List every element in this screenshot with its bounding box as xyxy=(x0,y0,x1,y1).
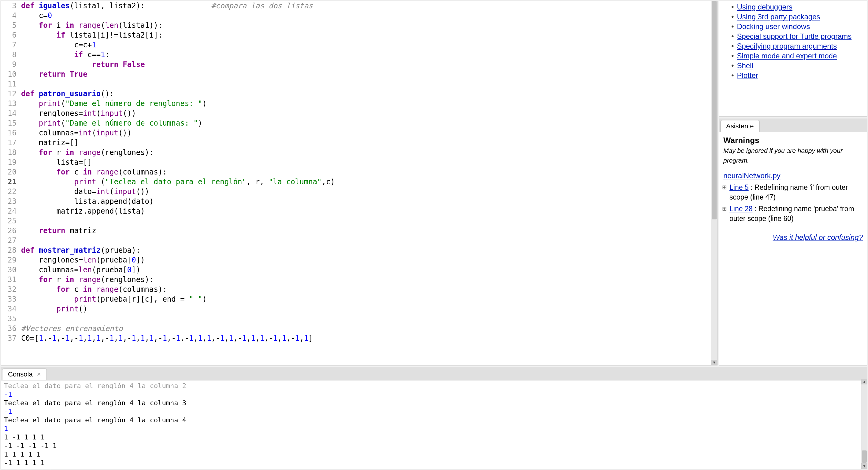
help-link[interactable]: Using debuggers xyxy=(737,3,792,11)
code-line[interactable]: renglones=len(prueba[0]) xyxy=(21,255,711,265)
line-number: 24 xyxy=(1,206,17,216)
help-list-item: Special support for Turtle programs xyxy=(731,31,864,41)
console-tab-bar: Consola × xyxy=(1,367,867,380)
help-link[interactable]: Using 3rd party packages xyxy=(737,12,820,21)
code-line[interactable] xyxy=(21,216,711,226)
scrollbar-thumb[interactable] xyxy=(862,450,867,463)
line-number: 29 xyxy=(1,255,17,265)
scroll-down-arrow-icon[interactable]: ▼ xyxy=(861,463,867,469)
tab-asistente[interactable]: Asistente xyxy=(720,120,760,132)
warning-line-link[interactable]: Line 5 xyxy=(730,183,749,191)
line-number: 32 xyxy=(1,284,17,294)
line-number: 11 xyxy=(1,79,17,89)
code-editor[interactable]: 3456789101112131415161718192021222324252… xyxy=(1,1,717,366)
line-number: 18 xyxy=(1,147,17,157)
line-number: 14 xyxy=(1,108,17,118)
help-list-item: Shell xyxy=(731,61,864,71)
line-number: 17 xyxy=(1,138,17,147)
code-line[interactable]: def patron_usuario(): xyxy=(21,89,711,99)
line-number: 37 xyxy=(1,333,17,343)
console-line: Teclea el dato para el renglón 4 la colu… xyxy=(4,382,864,390)
code-line[interactable]: def iguales(lista1, lista2): #compara la… xyxy=(21,1,711,11)
editor-scrollbar[interactable]: ▼ xyxy=(711,1,717,365)
code-line[interactable]: for c in range(columnas): xyxy=(21,284,711,294)
code-line[interactable]: return True xyxy=(21,69,711,79)
help-list-item: Simple mode and expert mode xyxy=(731,51,864,61)
line-number: 7 xyxy=(1,40,17,50)
console-scrollbar[interactable]: ▲ ▼ xyxy=(861,379,867,469)
line-number: 33 xyxy=(1,294,17,304)
code-line[interactable]: c=0 xyxy=(21,11,711,21)
help-panel[interactable]: Using debuggersUsing 3rd party packagesD… xyxy=(719,1,867,117)
file-link[interactable]: neuralNetwork.py xyxy=(723,171,780,180)
code-line[interactable]: print("Dame el número de renglones: ") xyxy=(21,99,711,108)
code-line[interactable]: print ("Teclea el dato para el renglón",… xyxy=(21,177,711,187)
scroll-up-arrow-icon[interactable]: ▲ xyxy=(861,379,867,384)
console-line: 1 1 1 1 1 xyxy=(4,450,864,459)
scroll-down-arrow-icon[interactable]: ▼ xyxy=(711,360,717,365)
line-number: 28 xyxy=(1,245,17,255)
code-line[interactable]: lista=[] xyxy=(21,157,711,167)
code-line[interactable]: lista.append(dato) xyxy=(21,197,711,206)
help-link[interactable]: Specifying program arguments xyxy=(737,42,837,50)
close-icon[interactable]: × xyxy=(37,370,41,378)
console-line: Teclea el dato para el renglón 4 la colu… xyxy=(4,416,864,425)
code-line[interactable]: print("Dame el número de columnas: ") xyxy=(21,118,711,128)
warning-line-link[interactable]: Line 28 xyxy=(730,205,752,213)
code-line[interactable]: columnas=len(prueba[0]) xyxy=(21,265,711,275)
code-line[interactable] xyxy=(21,236,711,245)
line-number: 30 xyxy=(1,265,17,275)
line-number: 23 xyxy=(1,197,17,206)
help-link[interactable]: Docking user windows xyxy=(737,22,810,31)
code-line[interactable]: def mostrar_matriz(prueba): xyxy=(21,245,711,255)
code-content[interactable]: def iguales(lista1, lista2): #compara la… xyxy=(19,1,711,365)
console-output[interactable]: Teclea el dato para el renglón 4 la colu… xyxy=(1,380,867,469)
code-line[interactable]: dato=int(input()) xyxy=(21,187,711,197)
line-number: 25 xyxy=(1,216,17,226)
line-number: 22 xyxy=(1,187,17,197)
code-line[interactable]: return matriz xyxy=(21,226,711,236)
console-line: -1 -1 -1 -1 1 xyxy=(4,442,864,450)
assistant-panel: Asistente Warnings May be ignored if you… xyxy=(719,119,867,366)
code-line[interactable]: for r in range(renglones): xyxy=(21,147,711,157)
feedback-prompt: Was it helpful or confusing? xyxy=(723,233,863,242)
line-number: 9 xyxy=(1,60,17,69)
code-line[interactable]: return False xyxy=(21,60,711,69)
line-number: 5 xyxy=(1,21,17,30)
code-line[interactable]: renglones=int(input()) xyxy=(21,108,711,118)
code-line[interactable]: columnas=int(input()) xyxy=(21,128,711,138)
tab-consola[interactable]: Consola × xyxy=(2,368,47,380)
warning-item: Line 5 : Redefining name 'i' from outer … xyxy=(730,182,863,202)
line-number: 26 xyxy=(1,226,17,236)
feedback-link[interactable]: Was it helpful or confusing? xyxy=(773,233,863,241)
console-line: -1 xyxy=(4,390,864,399)
line-number: 34 xyxy=(1,304,17,314)
code-line[interactable]: matriz=[] xyxy=(21,138,711,147)
scrollbar-thumb[interactable] xyxy=(712,1,717,220)
help-link[interactable]: Simple mode and expert mode xyxy=(737,52,837,60)
code-line[interactable]: c=c+1 xyxy=(21,40,711,50)
code-line[interactable]: print(prueba[r][c], end = " ") xyxy=(21,294,711,304)
line-number: 10 xyxy=(1,69,17,79)
line-number: 16 xyxy=(1,128,17,138)
code-line[interactable]: for r in range(renglones): xyxy=(21,275,711,284)
line-number: 6 xyxy=(1,30,17,40)
code-line[interactable] xyxy=(21,79,711,89)
code-line[interactable]: if c==1: xyxy=(21,50,711,60)
code-line[interactable]: if lista1[i]!=lista2[i]: xyxy=(21,30,711,40)
code-line[interactable]: print() xyxy=(21,304,711,314)
help-link[interactable]: Shell xyxy=(737,61,753,70)
code-line[interactable] xyxy=(21,314,711,324)
code-line[interactable]: #Vectores entrenamiento xyxy=(21,324,711,333)
code-line[interactable]: matriz.append(lista) xyxy=(21,206,711,216)
line-number: 20 xyxy=(1,167,17,177)
line-number: 3 xyxy=(1,1,17,11)
warnings-list: Line 5 : Redefining name 'i' from outer … xyxy=(723,182,863,224)
code-line[interactable]: C0=[1,-1,-1,-1,1,1,-1,1,-1,1,1,-1,-1,-1,… xyxy=(21,333,711,343)
code-line[interactable]: for c in range(columnas): xyxy=(21,167,711,177)
help-list-item: Using debuggers xyxy=(731,2,864,12)
help-link[interactable]: Special support for Turtle programs xyxy=(737,32,851,40)
help-link[interactable]: Plotter xyxy=(737,71,758,79)
code-line[interactable]: for i in range(len(lista1)): xyxy=(21,21,711,30)
line-number: 21 xyxy=(1,177,17,187)
